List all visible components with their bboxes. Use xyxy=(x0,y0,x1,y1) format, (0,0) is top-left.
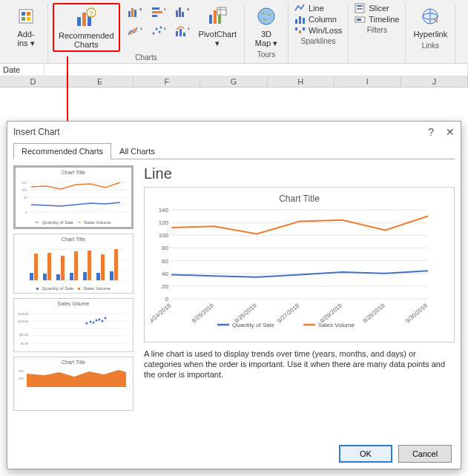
dialog-close-button[interactable]: ✕ xyxy=(446,126,455,138)
sparkline-column-button[interactable]: Column xyxy=(293,14,343,24)
chart-title: Chart Title xyxy=(151,194,448,204)
svg-text:9/25/2018: 9/25/2018 xyxy=(191,302,215,324)
col-D[interactable]: D xyxy=(0,76,67,87)
globe-icon xyxy=(254,4,278,28)
svg-rect-75 xyxy=(61,256,65,280)
thumb-line-preview: 150100500 xyxy=(18,176,131,218)
svg-point-25 xyxy=(158,31,160,33)
svg-text:9/24/2018: 9/24/2018 xyxy=(151,302,173,324)
ribbon-group-text: A Text▾ xyxy=(455,3,468,63)
thumb-area-preview: 300200 xyxy=(16,366,129,408)
col-J[interactable]: J xyxy=(401,76,468,87)
chart-type-grid: ▾ ▾ ▾ ▾ ▾ ▾ xyxy=(123,3,193,40)
sparkline-line-button[interactable]: Line xyxy=(293,3,343,13)
svg-text:Sales Volume: Sales Volume xyxy=(318,322,355,328)
thumb-scatter[interactable]: Sales Volume $140.00$100.00$40.00$0.00 xyxy=(13,298,134,352)
svg-text:9/27/2018: 9/27/2018 xyxy=(276,302,300,324)
svg-text:▾: ▾ xyxy=(140,26,142,31)
svg-rect-4 xyxy=(27,17,30,21)
charts-group-label: Charts xyxy=(135,53,156,62)
thumb-clustered-column[interactable]: Chart Title ■Quantity of Sale ■Sales Vol… xyxy=(13,234,134,294)
chart-preview[interactable]: Chart Title 0204060801001201409/24/20189… xyxy=(144,187,455,343)
sparkline-winloss-button[interactable]: Win/Loss xyxy=(293,25,343,36)
line-chart-svg: 0204060801001201409/24/20189/25/20189/26… xyxy=(151,207,432,333)
svg-point-38 xyxy=(258,8,274,24)
col-G[interactable]: G xyxy=(200,76,267,87)
map3d-label1: 3D xyxy=(261,30,271,39)
recommended-charts-button[interactable]: ? RecommendedCharts xyxy=(56,4,117,50)
slicer-icon xyxy=(355,3,366,13)
dialog-title: Insert Chart xyxy=(13,127,60,137)
thumb-line-chart[interactable]: Chart Title 150100500 ━Quantity of Sale … xyxy=(13,165,134,229)
pivotchart-button[interactable]: PivotChart▾ xyxy=(196,3,240,49)
tab-recommended-charts[interactable]: Recommended Charts xyxy=(13,143,111,159)
ribbon-group-links: Hyperlink Links xyxy=(406,3,455,63)
svg-rect-10 xyxy=(128,11,131,17)
svg-rect-80 xyxy=(96,273,100,280)
svg-rect-19 xyxy=(179,7,181,17)
cell-row: Date xyxy=(0,64,468,76)
line-chart-button[interactable]: ▾ xyxy=(123,22,145,40)
pivotchart-icon xyxy=(205,4,229,28)
svg-text:▾: ▾ xyxy=(164,26,165,31)
addins-label2: ins ▾ xyxy=(17,39,34,47)
svg-text:?: ? xyxy=(90,10,94,17)
svg-text:100: 100 xyxy=(159,232,169,239)
map3d-button[interactable]: 3DMap ▾ xyxy=(249,3,283,49)
combo-chart-button[interactable]: ▾ xyxy=(171,22,193,40)
dialog-titlebar: Insert Chart ? ✕ xyxy=(7,122,461,142)
chart-description: A line chart is used to display trends o… xyxy=(144,348,455,380)
svg-point-90 xyxy=(90,321,92,323)
svg-text:60: 60 xyxy=(162,258,168,265)
svg-text:200: 200 xyxy=(19,377,24,380)
statistic-chart-button[interactable]: ▾ xyxy=(171,3,193,21)
text-icon: A xyxy=(465,4,468,28)
col-F[interactable]: F xyxy=(134,76,200,87)
svg-text:$100.00: $100.00 xyxy=(18,320,29,323)
preview-type-title: Line xyxy=(144,165,455,182)
tab-all-charts[interactable]: All Charts xyxy=(111,143,163,159)
svg-rect-30 xyxy=(183,33,185,36)
svg-rect-5 xyxy=(77,17,81,26)
ok-button[interactable]: OK xyxy=(339,445,392,463)
svg-rect-71 xyxy=(34,254,38,280)
ribbon-group-filters: Slicer Timeline Filters xyxy=(349,3,406,63)
svg-rect-70 xyxy=(30,273,33,280)
col-I[interactable]: I xyxy=(334,76,401,87)
slicer-button[interactable]: Slicer xyxy=(353,3,401,13)
svg-rect-73 xyxy=(47,253,51,280)
svg-rect-29 xyxy=(179,29,182,36)
filters-group-label: Filters xyxy=(367,26,387,34)
svg-text:▾: ▾ xyxy=(164,7,165,12)
svg-text:$140.00: $140.00 xyxy=(18,312,29,316)
svg-text:0: 0 xyxy=(165,296,169,303)
text-button[interactable]: A Text▾ xyxy=(460,3,468,49)
col-E[interactable]: E xyxy=(67,76,134,87)
sparkline-line-icon xyxy=(294,3,306,13)
timeline-button[interactable]: Timeline xyxy=(353,14,401,24)
svg-rect-35 xyxy=(217,7,226,15)
column-bar-chart-button[interactable]: ▾ xyxy=(123,3,145,21)
col-H[interactable]: H xyxy=(268,76,334,87)
svg-rect-41 xyxy=(303,18,305,24)
dialog-help-button[interactable]: ? xyxy=(428,126,434,138)
svg-rect-14 xyxy=(152,7,159,10)
addins-button[interactable]: Add-ins ▾ xyxy=(9,3,43,49)
svg-text:9/30/2018: 9/30/2018 xyxy=(404,302,429,324)
svg-rect-11 xyxy=(131,8,134,17)
bar-chart-button[interactable]: ▾ xyxy=(147,3,169,21)
hyperlink-button[interactable]: Hyperlink xyxy=(410,3,450,40)
cell-date[interactable]: Date xyxy=(0,64,45,76)
svg-point-24 xyxy=(155,28,157,30)
cancel-button[interactable]: Cancel xyxy=(398,445,452,463)
thumb-column-preview xyxy=(16,243,129,285)
thumbnail-list[interactable]: Chart Title 150100500 ━Quantity of Sale … xyxy=(13,165,138,433)
svg-text:50: 50 xyxy=(24,196,27,199)
ribbon: Add-ins ▾ ? RecommendedCharts ▾ ▾ ▾ ▾ ▾ … xyxy=(0,0,468,64)
svg-text:$0.00: $0.00 xyxy=(21,342,29,346)
dialog-footer: OK Cancel xyxy=(7,439,461,469)
recommended-label2: Charts xyxy=(74,40,98,49)
scatter-chart-button[interactable]: ▾ xyxy=(147,22,169,40)
thumb-area[interactable]: Chart Title 300200 xyxy=(13,357,134,411)
svg-point-95 xyxy=(105,317,107,320)
